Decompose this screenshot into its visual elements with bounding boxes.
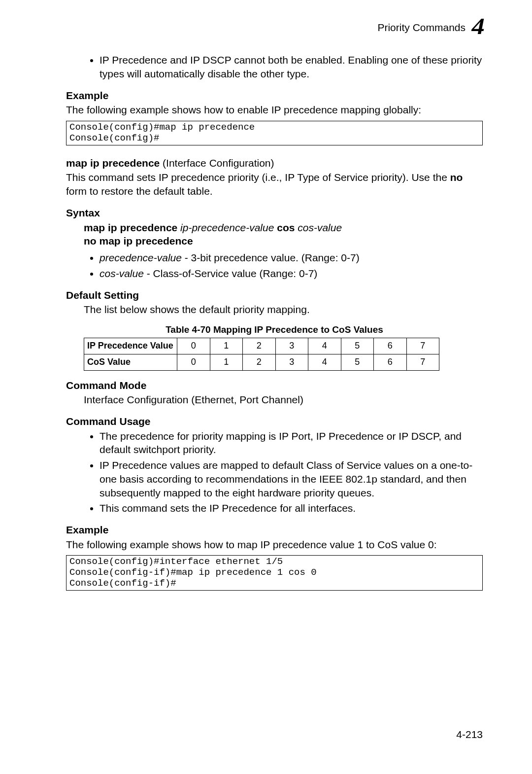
command-mode-heading: Command Mode (66, 379, 483, 392)
page: Priority Commands 4 IP Precedence and IP… (0, 0, 532, 774)
usage-bullet-1: The precedence for priority mapping is I… (100, 429, 483, 457)
syntax-lines: map ip precedence ip-precedence-value co… (84, 221, 483, 248)
row1-label: IP Precedence Value (84, 338, 177, 354)
page-number: 4-213 (456, 728, 483, 741)
cell: 6 (374, 354, 407, 370)
cell: 4 (308, 338, 341, 354)
cell: 2 (243, 354, 276, 370)
example-intro-2: The following example shows how to map I… (66, 538, 483, 552)
syntax-l2: no map ip precedence (84, 235, 193, 246)
syntax-heading: Syntax (66, 206, 483, 220)
intro-bullet-list: IP Precedence and IP DSCP cannot both be… (89, 53, 483, 80)
row2-label: CoS Value (84, 354, 177, 370)
syntax-param1-i: precedence-value (100, 252, 182, 263)
command-mode-text: Interface Configuration (Ethernet, Port … (84, 393, 483, 407)
cell: 1 (210, 354, 243, 370)
command-title-bold: map ip precedence (66, 157, 160, 169)
command-description: This command sets IP precedence priority… (66, 171, 483, 198)
syntax-l1-b: ip-precedence-value (180, 222, 274, 233)
command-title: map ip precedence (Interface Configurati… (66, 156, 483, 170)
syntax-param-1: precedence-value - 3-bit precedence valu… (100, 251, 483, 265)
cell: 0 (177, 354, 210, 370)
cell: 6 (374, 338, 407, 354)
cmd-desc-pre: This command sets IP precedence priority… (66, 172, 450, 183)
default-setting-text: The list below shows the default priorit… (84, 303, 483, 317)
syntax-param2-t: - Class-of-Service value (Range: 0-7) (144, 268, 317, 279)
cell: 5 (341, 354, 374, 370)
usage-bullet-2: IP Precedence values are mapped to defau… (100, 458, 483, 499)
cell: 3 (275, 354, 308, 370)
syntax-param1-t: - 3-bit precedence value. (Range: 0-7) (182, 252, 360, 263)
default-setting-heading: Default Setting (66, 288, 483, 302)
cell: 7 (406, 338, 439, 354)
intro-bullet-item: IP Precedence and IP DSCP cannot both be… (100, 53, 483, 80)
table-row: IP Precedence Value 0 1 2 3 4 5 6 7 (84, 338, 439, 354)
chapter-number-icon: 4 (471, 19, 483, 36)
syntax-params-list: precedence-value - 3-bit precedence valu… (89, 251, 483, 280)
syntax-l1-a: map ip precedence (84, 222, 177, 233)
table-caption: Table 4-70 Mapping IP Precedence to CoS … (66, 323, 483, 336)
syntax-line-1: map ip precedence ip-precedence-value co… (84, 221, 483, 235)
example-heading-1: Example (66, 89, 483, 103)
syntax-param-2: cos-value - Class-of-Service value (Rang… (100, 267, 483, 281)
cell: 1 (210, 338, 243, 354)
example-intro-1: The following example shows how to enabl… (66, 103, 483, 117)
cell: 4 (308, 354, 341, 370)
syntax-l1-c: cos (277, 222, 295, 233)
syntax-l1-d: cos-value (298, 222, 342, 233)
running-head-text: Priority Commands (377, 21, 466, 35)
running-header: Priority Commands 4 (66, 19, 483, 36)
cmd-desc-post: form to restore the default table. (66, 185, 213, 197)
example-heading-2: Example (66, 523, 483, 537)
cell: 2 (243, 338, 276, 354)
cell: 0 (177, 338, 210, 354)
cell: 7 (406, 354, 439, 370)
syntax-param2-i: cos-value (100, 268, 144, 279)
command-usage-heading: Command Usage (66, 415, 483, 428)
table-row: CoS Value 0 1 2 3 4 5 6 7 (84, 354, 439, 370)
code-block-2: Console(config)#interface ethernet 1/5 C… (66, 555, 483, 591)
code-block-1: Console(config)#map ip precedence Consol… (66, 121, 483, 145)
command-title-rest: (Interface Configuration) (160, 157, 274, 169)
cell: 5 (341, 338, 374, 354)
cell: 3 (275, 338, 308, 354)
precedence-cos-table: IP Precedence Value 0 1 2 3 4 5 6 7 CoS … (84, 338, 439, 371)
syntax-line-2: no map ip precedence (84, 234, 483, 248)
usage-bullet-3: This command sets the IP Precedence for … (100, 501, 483, 515)
cmd-desc-no: no (450, 172, 463, 183)
command-usage-list: The precedence for priority mapping is I… (89, 429, 483, 515)
